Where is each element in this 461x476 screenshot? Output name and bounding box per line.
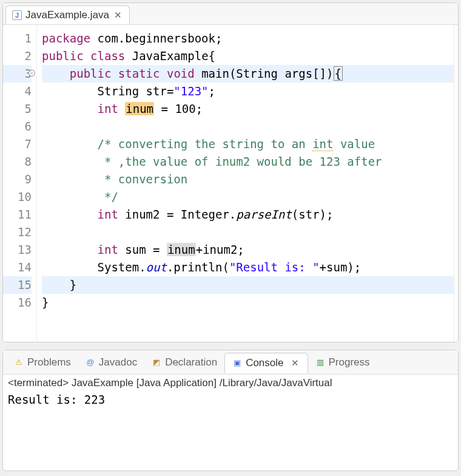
bottom-pane: ⚠ Problems @ Javadoc ◩ Declaration ▣ Con… [2,350,459,471]
editor-tab-bar: J JavaExample.java ✕ [3,3,458,25]
java-file-icon: J [12,10,22,20]
console-output[interactable]: Result is: 223 [3,392,458,407]
line-number[interactable]: 13 [3,241,32,259]
code-line[interactable]: } [42,276,454,294]
code-line[interactable]: System.out.println("Result is: "+sum); [42,259,454,276]
code-line[interactable]: */ [42,188,454,206]
line-number[interactable]: 14 [3,259,32,276]
line-number[interactable]: 7 [3,135,32,153]
close-icon[interactable]: ✕ [290,358,300,369]
overview-ruler[interactable] [454,25,458,342]
line-number[interactable]: 16 [3,294,32,311]
code-line[interactable]: public static void main(String args[]){ [42,65,454,83]
bottom-tab-bar: ⚠ Problems @ Javadoc ◩ Declaration ▣ Con… [3,350,458,375]
progress-icon: ▥ [315,358,325,367]
code-line[interactable]: String str="123"; [42,83,454,100]
console-status: <terminated> JavaExample [Java Applicati… [3,375,458,392]
tab-progress[interactable]: ▥ Progress [308,353,377,372]
fold-icon[interactable]: − [29,70,35,76]
tab-declaration[interactable]: ◩ Declaration [144,353,224,372]
code-line[interactable]: package com.beginnersbook; [42,30,454,47]
code-line[interactable]: int sum = inum+inum2; [42,241,454,259]
tab-label: Problems [27,356,71,369]
code-line[interactable] [42,223,454,241]
line-number[interactable]: 3− [3,65,32,83]
tab-label: Progress [329,356,370,369]
code-area: 123−45678910111213141516 package com.beg… [3,25,458,342]
line-number[interactable]: 5 [3,100,32,118]
line-number[interactable]: 2 [3,47,32,65]
code-line[interactable]: int inum = 100; [42,100,454,118]
code-line[interactable] [42,118,454,135]
line-number[interactable]: 15 [3,276,32,294]
line-number[interactable]: 1 [3,30,32,47]
code-line[interactable]: public class JavaExample{ [42,47,454,65]
tab-filename: JavaExample.java [25,9,109,21]
tab-label: Console [246,357,283,369]
line-number[interactable]: 11 [3,206,32,223]
tab-label: Declaration [165,356,217,369]
tab-javadoc[interactable]: @ Javadoc [78,353,144,372]
code-line[interactable]: /* converting the string to an int value [42,135,454,153]
code-text[interactable]: package com.beginnersbook;public class J… [37,25,454,342]
close-icon[interactable]: ✕ [113,10,123,21]
line-number[interactable]: 9 [3,171,32,188]
code-line[interactable]: int inum2 = Integer.parseInt(str); [42,206,454,223]
warning-icon: ⚠ [14,358,24,367]
code-line[interactable]: } [42,294,454,311]
tab-problems[interactable]: ⚠ Problems [7,353,78,372]
tab-label: Javadoc [99,356,137,369]
console-icon: ▣ [232,358,242,368]
at-icon: @ [86,358,95,367]
line-number[interactable]: 4 [3,83,32,100]
editor-tab-javaexample[interactable]: J JavaExample.java ✕ [5,5,130,24]
editor-pane: J JavaExample.java ✕ 123−456789101112131… [2,2,459,342]
tab-console[interactable]: ▣ Console ✕ [224,353,308,373]
line-number[interactable]: 12 [3,223,32,241]
line-number-gutter[interactable]: 123−45678910111213141516 [3,25,37,342]
line-number[interactable]: 6 [3,118,32,135]
line-number[interactable]: 10 [3,188,32,206]
line-number[interactable]: 8 [3,153,32,171]
code-line[interactable]: * conversion [42,171,454,188]
code-line[interactable]: * ,the value of inum2 would be 123 after [42,153,454,171]
declaration-icon: ◩ [152,358,161,367]
